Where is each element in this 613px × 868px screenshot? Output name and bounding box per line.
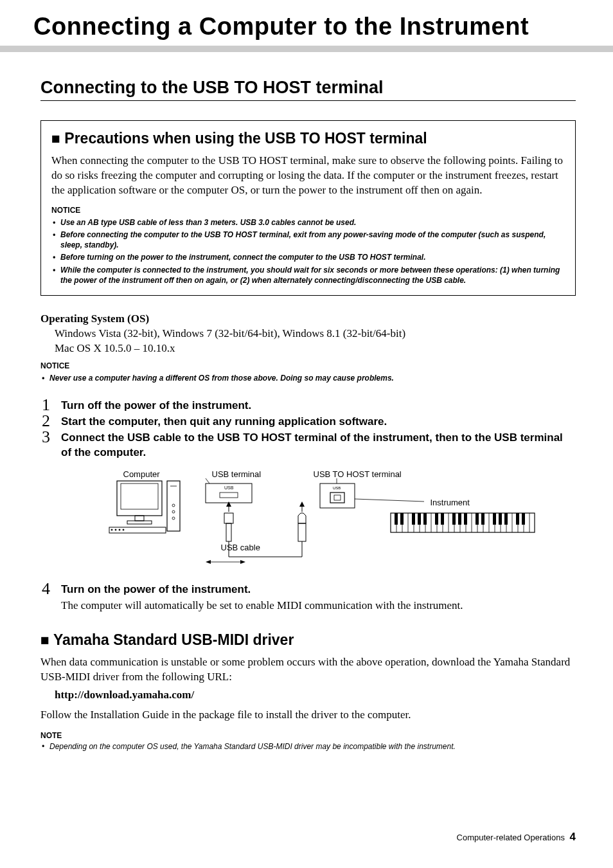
precautions-box: ■ Precautions when using the USB TO HOST… (40, 120, 576, 296)
svg-marker-23 (240, 560, 245, 564)
footer-page-number: 4 (570, 831, 576, 843)
os-windows: Windows Vista (32-bit), Windows 7 (32-bi… (40, 327, 576, 341)
note-list: Depending on the computer OS used, the Y… (40, 741, 576, 752)
svg-rect-58 (395, 513, 398, 525)
page-footer: Computer-related Operations 4 (457, 831, 576, 844)
svg-rect-70 (493, 513, 496, 525)
step-item: 1 Turn off the power of the instrument. (40, 399, 576, 413)
diagram-svg: USB USB (77, 467, 540, 570)
svg-marker-22 (206, 560, 211, 564)
note-label: NOTE (40, 731, 576, 740)
svg-rect-62 (423, 513, 427, 525)
step-body: The computer will automatically be set t… (61, 599, 576, 613)
step-text: Start the computer, then quit any runnin… (61, 415, 387, 428)
svg-point-8 (172, 517, 175, 520)
step-item: 3 Connect the USB cable to the USB TO HO… (40, 431, 576, 460)
svg-point-10 (111, 529, 112, 530)
step-item: 2 Start the computer, then quit any runn… (40, 415, 576, 429)
svg-rect-9 (109, 527, 166, 533)
footer-doc-title: Computer-related Operations (457, 833, 565, 842)
notice-item: Before turning on the power to the instr… (60, 252, 565, 262)
svg-point-7 (172, 511, 175, 513)
svg-point-11 (115, 529, 116, 530)
step-text: Turn on the power of the instrument. (61, 583, 251, 595)
step-number: 4 (42, 579, 50, 599)
svg-rect-72 (504, 513, 508, 525)
svg-marker-26 (299, 502, 305, 507)
svg-rect-60 (412, 513, 415, 525)
step-text: Connect the USB cable to the USB TO HOST… (61, 431, 563, 458)
notice-label: NOTICE (40, 361, 576, 370)
precautions-heading: ■ Precautions when using the USB TO HOST… (51, 130, 565, 147)
usb-port-text: USB (224, 485, 234, 490)
notice-item: Before connecting the computer to the US… (60, 230, 565, 250)
driver-url: http://download.yamaha.com/ (40, 689, 576, 701)
svg-rect-29 (334, 495, 341, 500)
driver-heading: ■ Yamaha Standard USB-MIDI driver (40, 631, 576, 649)
svg-rect-68 (475, 513, 479, 525)
svg-rect-59 (400, 513, 404, 525)
svg-rect-63 (435, 513, 438, 525)
notice-item: Never use a computer having a different … (49, 373, 576, 383)
steps-list: 1 Turn off the power of the instrument. … (40, 399, 576, 460)
precautions-heading-text: Precautions when using the USB TO HOST t… (64, 130, 427, 147)
step-number: 3 (42, 428, 50, 447)
os-heading: Operating System (OS) (40, 312, 576, 325)
svg-rect-24 (298, 523, 306, 541)
svg-rect-69 (481, 513, 484, 525)
step-item: 4 Turn on the power of the instrument. T… (40, 583, 576, 613)
svg-rect-20 (226, 523, 231, 541)
svg-point-6 (172, 504, 175, 507)
svg-rect-73 (516, 513, 519, 525)
svg-point-12 (119, 529, 120, 530)
svg-rect-67 (464, 513, 467, 525)
notice-item: Use an AB type USB cable of less than 3 … (60, 217, 565, 228)
svg-rect-3 (127, 521, 152, 524)
connection-diagram: Computer USB terminal USB TO HOST termin… (77, 467, 540, 570)
notice-list: Never use a computer having a different … (40, 373, 576, 383)
notice-item: While the computer is connected to the i… (60, 265, 565, 285)
os-block: Operating System (OS) Windows Vista (32-… (40, 312, 576, 383)
svg-line-32 (355, 499, 424, 502)
usb-port-text: USB (333, 486, 341, 490)
note-item: Depending on the computer OS used, the Y… (49, 741, 576, 752)
chapter-title: Connecting a Computer to the Instrument (33, 0, 581, 46)
svg-rect-74 (522, 513, 525, 525)
svg-point-13 (123, 529, 124, 530)
os-mac: Mac OS X 10.5.0 – 10.10.x (40, 341, 576, 356)
svg-rect-64 (441, 513, 444, 525)
notice-list: Use an AB type USB cable of less than 3 … (51, 217, 565, 285)
svg-rect-28 (330, 493, 344, 503)
precautions-body: When connecting the computer to the USB … (51, 154, 565, 198)
section-title: Connecting to the USB TO HOST terminal (40, 78, 576, 101)
svg-marker-18 (226, 502, 231, 507)
svg-rect-4 (167, 481, 180, 531)
svg-line-16 (206, 478, 209, 484)
step-text: Turn off the power of the instrument. (61, 399, 251, 411)
driver-heading-text: Yamaha Standard USB-MIDI driver (53, 631, 294, 648)
svg-rect-61 (418, 513, 421, 525)
page-content: Connecting to the USB TO HOST terminal ■… (0, 78, 613, 752)
svg-rect-2 (135, 516, 144, 521)
steps-list-cont: 4 Turn on the power of the instrument. T… (40, 583, 576, 613)
svg-rect-0 (117, 481, 162, 516)
svg-rect-66 (458, 513, 461, 525)
svg-rect-71 (499, 513, 502, 525)
os-notice-block: NOTICE Never use a computer having a dif… (40, 361, 576, 383)
driver-body1: When data communication is unstable or s… (40, 655, 576, 685)
svg-rect-1 (121, 484, 158, 509)
svg-rect-19 (224, 513, 233, 523)
square-marker: ■ (40, 631, 53, 648)
driver-body2: Follow the Installation Guide in the pac… (40, 708, 576, 723)
svg-rect-65 (452, 513, 456, 525)
chapter-header: Connecting a Computer to the Instrument (0, 0, 613, 52)
notice-label: NOTICE (51, 206, 565, 215)
square-marker: ■ (51, 130, 64, 147)
svg-rect-15 (220, 493, 238, 498)
